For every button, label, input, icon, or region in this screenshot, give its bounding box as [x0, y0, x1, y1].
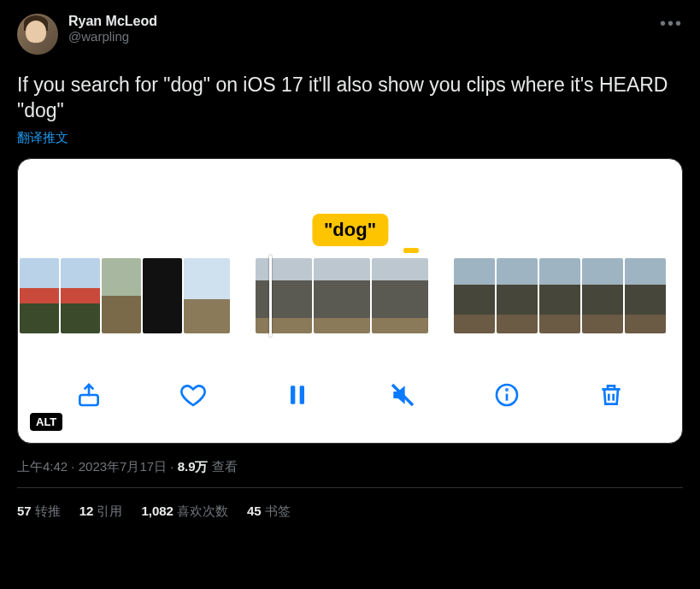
timeline-frame — [625, 258, 666, 333]
display-name: Ryan McLeod — [68, 14, 157, 29]
timeline-frame — [372, 258, 428, 333]
search-bubble: "dog" — [312, 214, 388, 246]
clip-group[interactable] — [454, 258, 666, 333]
tweet-container: Ryan McLeod @warpling ••• If you search … — [0, 0, 700, 535]
timeline-frame — [61, 258, 100, 333]
pause-icon[interactable] — [279, 381, 316, 409]
info-icon[interactable] — [488, 381, 526, 409]
clip-group[interactable] — [20, 258, 230, 333]
author-names[interactable]: Ryan McLeod @warpling — [68, 14, 157, 44]
media-card[interactable]: "dog" — [17, 158, 683, 444]
video-timeline[interactable] — [18, 258, 682, 333]
timeline-frame — [582, 258, 623, 333]
svg-rect-2 — [300, 386, 304, 403]
timeline-frame — [102, 258, 141, 333]
mute-icon[interactable] — [384, 381, 421, 409]
timeline-frame — [314, 258, 370, 333]
timeline-frame — [256, 258, 312, 333]
svg-rect-1 — [291, 386, 295, 403]
views-count: 8.9万 — [178, 459, 209, 474]
bookmarks-stat[interactable]: 45书签 — [247, 504, 291, 520]
timeline-frame — [20, 258, 59, 333]
clip-group[interactable] — [256, 258, 428, 333]
tweet-header: Ryan McLeod @warpling ••• — [17, 14, 683, 55]
stats-row: 57转推 12引用 1,082喜欢次数 45书签 — [17, 488, 683, 535]
retweets-stat[interactable]: 57转推 — [17, 504, 61, 520]
playhead-icon[interactable] — [269, 255, 272, 337]
timeline-frame — [539, 258, 580, 333]
timeline-frame — [143, 258, 182, 333]
timeline-frame — [184, 258, 230, 333]
share-icon[interactable] — [70, 381, 108, 409]
trash-icon[interactable] — [592, 381, 630, 409]
translate-link[interactable]: 翻译推文 — [17, 130, 683, 146]
svg-rect-0 — [79, 395, 97, 405]
quotes-stat[interactable]: 12引用 — [79, 504, 123, 520]
likes-stat[interactable]: 1,082喜欢次数 — [141, 504, 228, 520]
timeline-frame — [497, 258, 538, 333]
tweet-time[interactable]: 上午4:42 — [17, 459, 68, 474]
playhead-marker — [403, 248, 419, 253]
tweet-text: If you search for "dog" on iOS 17 it'll … — [17, 72, 683, 123]
avatar[interactable] — [17, 14, 58, 55]
alt-badge[interactable]: ALT — [30, 413, 62, 431]
heart-icon[interactable] — [174, 381, 212, 409]
handle: @warpling — [68, 29, 157, 44]
tweet-date[interactable]: 2023年7月17日 — [79, 459, 167, 474]
views-label: 查看 — [209, 459, 238, 474]
more-icon[interactable]: ••• — [660, 14, 683, 33]
svg-point-6 — [506, 389, 507, 390]
timeline-frame — [454, 258, 495, 333]
media-controls — [18, 371, 682, 419]
meta-line: 上午4:42 · 2023年7月17日 · 8.9万 查看 — [17, 459, 683, 488]
